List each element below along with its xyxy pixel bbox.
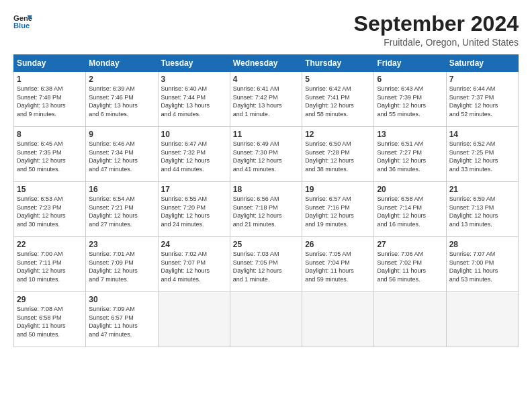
page: General Blue September 2024 Fruitdale, O…	[0, 0, 532, 355]
calendar-cell	[374, 292, 446, 347]
day-number: 9	[89, 130, 154, 139]
day-info: Sunrise: 7:01 AM Sunset: 7:09 PM Dayligh…	[89, 250, 154, 283]
day-number: 14	[449, 130, 515, 139]
calendar-cell: 23Sunrise: 7:01 AM Sunset: 7:09 PM Dayli…	[86, 237, 158, 292]
calendar-cell: 15Sunrise: 6:53 AM Sunset: 7:23 PM Dayli…	[14, 182, 86, 237]
day-number: 1	[17, 75, 83, 84]
day-info: Sunrise: 6:56 AM Sunset: 7:18 PM Dayligh…	[233, 195, 299, 228]
day-number: 2	[89, 75, 154, 84]
day-info: Sunrise: 6:51 AM Sunset: 7:27 PM Dayligh…	[377, 140, 443, 173]
day-number: 12	[305, 130, 371, 139]
month-title: September 2024	[354, 12, 519, 36]
calendar-cell	[158, 292, 230, 347]
day-number: 4	[233, 75, 299, 84]
calendar-cell: 10Sunrise: 6:47 AM Sunset: 7:32 PM Dayli…	[158, 127, 230, 182]
day-info: Sunrise: 6:42 AM Sunset: 7:41 PM Dayligh…	[305, 85, 371, 118]
day-number: 21	[449, 185, 515, 194]
day-number: 24	[161, 240, 227, 249]
logo: General Blue	[13, 12, 32, 31]
day-info: Sunrise: 6:45 AM Sunset: 7:35 PM Dayligh…	[17, 140, 83, 173]
day-number: 16	[89, 185, 154, 194]
day-info: Sunrise: 6:39 AM Sunset: 7:46 PM Dayligh…	[89, 85, 154, 118]
day-info: Sunrise: 6:54 AM Sunset: 7:21 PM Dayligh…	[89, 195, 154, 228]
calendar-cell: 26Sunrise: 7:05 AM Sunset: 7:04 PM Dayli…	[302, 237, 374, 292]
calendar-cell: 3Sunrise: 6:40 AM Sunset: 7:44 PM Daylig…	[158, 72, 230, 127]
day-number: 29	[17, 295, 83, 304]
calendar-cell: 30Sunrise: 7:09 AM Sunset: 6:57 PM Dayli…	[86, 292, 158, 347]
day-number: 26	[305, 240, 371, 249]
day-info: Sunrise: 6:53 AM Sunset: 7:23 PM Dayligh…	[17, 195, 83, 228]
calendar-cell	[446, 292, 518, 347]
calendar-cell: 7Sunrise: 6:44 AM Sunset: 7:37 PM Daylig…	[446, 72, 518, 127]
day-info: Sunrise: 6:41 AM Sunset: 7:42 PM Dayligh…	[233, 85, 299, 118]
day-number: 7	[449, 75, 515, 84]
weekday-header-tuesday: Tuesday	[158, 55, 230, 72]
day-number: 22	[17, 240, 83, 249]
day-info: Sunrise: 6:58 AM Sunset: 7:14 PM Dayligh…	[377, 195, 443, 228]
calendar-cell: 17Sunrise: 6:55 AM Sunset: 7:20 PM Dayli…	[158, 182, 230, 237]
day-info: Sunrise: 6:47 AM Sunset: 7:32 PM Dayligh…	[161, 140, 227, 173]
calendar-cell: 28Sunrise: 7:07 AM Sunset: 7:00 PM Dayli…	[446, 237, 518, 292]
day-info: Sunrise: 7:05 AM Sunset: 7:04 PM Dayligh…	[305, 250, 371, 283]
day-info: Sunrise: 7:08 AM Sunset: 6:58 PM Dayligh…	[17, 305, 83, 338]
day-info: Sunrise: 6:55 AM Sunset: 7:20 PM Dayligh…	[161, 195, 227, 228]
calendar-cell: 25Sunrise: 7:03 AM Sunset: 7:05 PM Dayli…	[230, 237, 302, 292]
day-info: Sunrise: 6:49 AM Sunset: 7:30 PM Dayligh…	[233, 140, 299, 173]
day-number: 19	[305, 185, 371, 194]
day-info: Sunrise: 7:02 AM Sunset: 7:07 PM Dayligh…	[161, 250, 227, 283]
day-info: Sunrise: 7:00 AM Sunset: 7:11 PM Dayligh…	[17, 250, 83, 283]
title-block: September 2024 Fruitdale, Oregon, United…	[354, 12, 519, 48]
day-number: 5	[305, 75, 371, 84]
day-number: 17	[161, 185, 227, 194]
day-number: 23	[89, 240, 154, 249]
logo-icon: General Blue	[13, 12, 32, 31]
day-info: Sunrise: 7:09 AM Sunset: 6:57 PM Dayligh…	[89, 305, 154, 338]
day-info: Sunrise: 6:38 AM Sunset: 7:48 PM Dayligh…	[17, 85, 83, 118]
day-number: 27	[377, 240, 443, 249]
calendar-cell: 4Sunrise: 6:41 AM Sunset: 7:42 PM Daylig…	[230, 72, 302, 127]
calendar-cell: 13Sunrise: 6:51 AM Sunset: 7:27 PM Dayli…	[374, 127, 446, 182]
day-number: 28	[449, 240, 515, 249]
weekday-header-monday: Monday	[86, 55, 158, 72]
day-number: 20	[377, 185, 443, 194]
day-number: 10	[161, 130, 227, 139]
calendar-cell: 2Sunrise: 6:39 AM Sunset: 7:46 PM Daylig…	[86, 72, 158, 127]
day-number: 11	[233, 130, 299, 139]
weekday-header-saturday: Saturday	[446, 55, 518, 72]
day-info: Sunrise: 7:06 AM Sunset: 7:02 PM Dayligh…	[377, 250, 443, 283]
day-number: 18	[233, 185, 299, 194]
day-info: Sunrise: 6:50 AM Sunset: 7:28 PM Dayligh…	[305, 140, 371, 173]
day-number: 6	[377, 75, 443, 84]
calendar-cell: 21Sunrise: 6:59 AM Sunset: 7:13 PM Dayli…	[446, 182, 518, 237]
location: Fruitdale, Oregon, United States	[354, 37, 519, 48]
weekday-header-wednesday: Wednesday	[230, 55, 302, 72]
day-info: Sunrise: 7:03 AM Sunset: 7:05 PM Dayligh…	[233, 250, 299, 283]
weekday-header-friday: Friday	[374, 55, 446, 72]
calendar-cell: 11Sunrise: 6:49 AM Sunset: 7:30 PM Dayli…	[230, 127, 302, 182]
day-info: Sunrise: 6:43 AM Sunset: 7:39 PM Dayligh…	[377, 85, 443, 118]
day-number: 15	[17, 185, 83, 194]
calendar-cell: 20Sunrise: 6:58 AM Sunset: 7:14 PM Dayli…	[374, 182, 446, 237]
calendar-cell: 8Sunrise: 6:45 AM Sunset: 7:35 PM Daylig…	[14, 127, 86, 182]
calendar-cell: 1Sunrise: 6:38 AM Sunset: 7:48 PM Daylig…	[14, 72, 86, 127]
calendar-cell: 22Sunrise: 7:00 AM Sunset: 7:11 PM Dayli…	[14, 237, 86, 292]
header: General Blue September 2024 Fruitdale, O…	[13, 12, 519, 48]
calendar-cell: 12Sunrise: 6:50 AM Sunset: 7:28 PM Dayli…	[302, 127, 374, 182]
calendar-cell: 14Sunrise: 6:52 AM Sunset: 7:25 PM Dayli…	[446, 127, 518, 182]
calendar-cell: 6Sunrise: 6:43 AM Sunset: 7:39 PM Daylig…	[374, 72, 446, 127]
calendar-cell	[230, 292, 302, 347]
calendar-cell	[302, 292, 374, 347]
calendar-cell: 24Sunrise: 7:02 AM Sunset: 7:07 PM Dayli…	[158, 237, 230, 292]
day-number: 30	[89, 295, 154, 304]
day-info: Sunrise: 6:46 AM Sunset: 7:34 PM Dayligh…	[89, 140, 154, 173]
day-number: 8	[17, 130, 83, 139]
calendar-cell: 29Sunrise: 7:08 AM Sunset: 6:58 PM Dayli…	[14, 292, 86, 347]
calendar-cell: 5Sunrise: 6:42 AM Sunset: 7:41 PM Daylig…	[302, 72, 374, 127]
calendar-cell: 16Sunrise: 6:54 AM Sunset: 7:21 PM Dayli…	[86, 182, 158, 237]
day-info: Sunrise: 6:52 AM Sunset: 7:25 PM Dayligh…	[449, 140, 515, 173]
svg-text:Blue: Blue	[13, 21, 30, 30]
day-info: Sunrise: 6:59 AM Sunset: 7:13 PM Dayligh…	[449, 195, 515, 228]
weekday-header-sunday: Sunday	[14, 55, 86, 72]
day-info: Sunrise: 6:44 AM Sunset: 7:37 PM Dayligh…	[449, 85, 515, 118]
calendar-cell: 9Sunrise: 6:46 AM Sunset: 7:34 PM Daylig…	[86, 127, 158, 182]
